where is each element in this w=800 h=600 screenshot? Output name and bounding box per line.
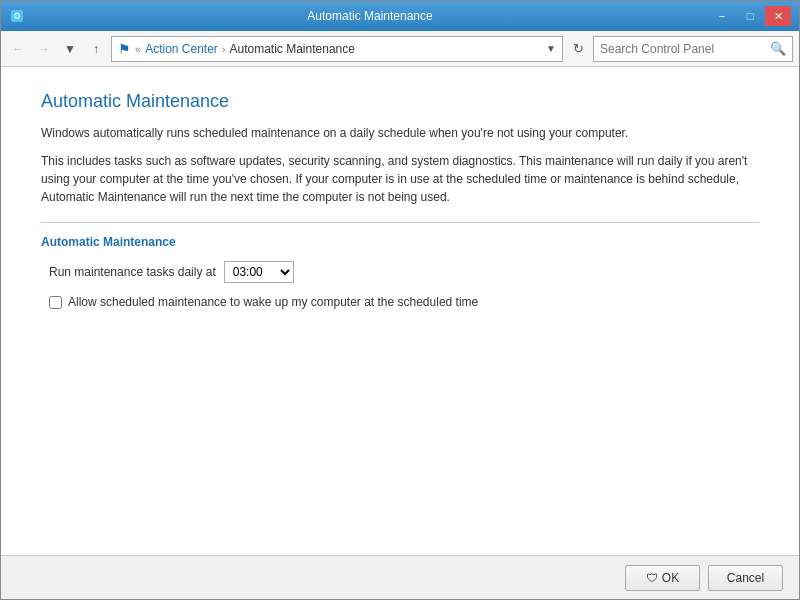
refresh-button[interactable]: ↻ <box>567 38 589 60</box>
run-maintenance-row: Run maintenance tasks daily at 03:00 01:… <box>49 261 759 283</box>
back-button[interactable]: ← <box>7 38 29 60</box>
up-button[interactable]: ↑ <box>85 38 107 60</box>
search-icon-button[interactable]: 🔍 <box>770 41 786 56</box>
address-bar: ⚑ « Action Center › Automatic Maintenanc… <box>111 36 563 62</box>
page-title: Automatic Maintenance <box>41 91 759 112</box>
forward-button[interactable]: → <box>33 38 55 60</box>
main-window: ⚙ Automatic Maintenance − □ ✕ ← → ▼ ↑ ⚑ … <box>0 0 800 600</box>
ok-button[interactable]: 🛡 OK <box>625 565 700 591</box>
window-title: Automatic Maintenance <box>31 9 709 23</box>
maximize-button[interactable]: □ <box>737 6 763 26</box>
description-text-2: This includes tasks such as software upd… <box>41 152 759 206</box>
description-text-1: Windows automatically runs scheduled mai… <box>41 124 759 142</box>
wake-computer-checkbox[interactable] <box>49 296 62 309</box>
down-arrow-button[interactable]: ▼ <box>59 38 81 60</box>
footer: 🛡 OK Cancel <box>1 555 799 599</box>
search-box: 🔍 <box>593 36 793 62</box>
breadcrumb-action-center[interactable]: Action Center <box>145 42 218 56</box>
close-button[interactable]: ✕ <box>765 6 791 26</box>
ok-label: OK <box>662 571 679 585</box>
window-controls: − □ ✕ <box>709 6 791 26</box>
search-input[interactable] <box>600 42 770 56</box>
breadcrumb-flag-icon: ⚑ <box>118 41 131 57</box>
breadcrumb-sep1: « <box>135 43 141 55</box>
svg-text:⚙: ⚙ <box>13 11 21 21</box>
address-dropdown-button[interactable]: ▼ <box>546 43 556 54</box>
breadcrumb-current: Automatic Maintenance <box>230 42 355 56</box>
navigation-bar: ← → ▼ ↑ ⚑ « Action Center › Automatic Ma… <box>1 31 799 67</box>
section-title: Automatic Maintenance <box>41 235 759 249</box>
content-area: Automatic Maintenance Windows automatica… <box>1 67 799 555</box>
minimize-button[interactable]: − <box>709 6 735 26</box>
breadcrumb-arrow: › <box>222 43 226 55</box>
window-icon: ⚙ <box>9 8 25 24</box>
run-maintenance-label: Run maintenance tasks daily at <box>49 265 216 279</box>
wake-computer-label[interactable]: Allow scheduled maintenance to wake up m… <box>68 295 478 309</box>
wake-computer-row: Allow scheduled maintenance to wake up m… <box>49 295 759 309</box>
title-bar: ⚙ Automatic Maintenance − □ ✕ <box>1 1 799 31</box>
time-select[interactable]: 03:00 01:00 02:00 04:00 05:00 06:00 <box>224 261 294 283</box>
ok-icon: 🛡 <box>646 571 658 585</box>
section-divider <box>41 222 759 223</box>
cancel-button[interactable]: Cancel <box>708 565 783 591</box>
